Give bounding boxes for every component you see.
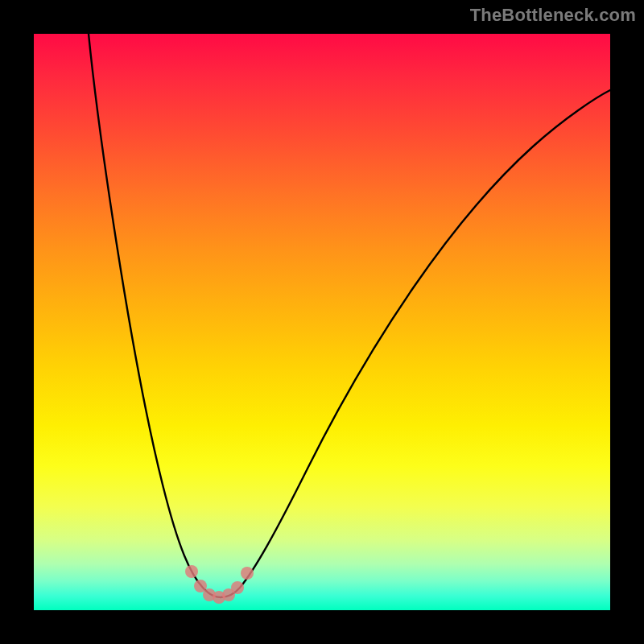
svg-point-5 bbox=[231, 581, 244, 594]
plot-area bbox=[34, 34, 610, 610]
svg-point-6 bbox=[241, 567, 254, 580]
curve-layer bbox=[34, 34, 610, 610]
watermark: TheBottleneck.com bbox=[470, 5, 636, 26]
chart-container: TheBottleneck.com bbox=[0, 0, 644, 644]
bottleneck-curve bbox=[89, 34, 610, 597]
svg-point-0 bbox=[185, 565, 198, 578]
